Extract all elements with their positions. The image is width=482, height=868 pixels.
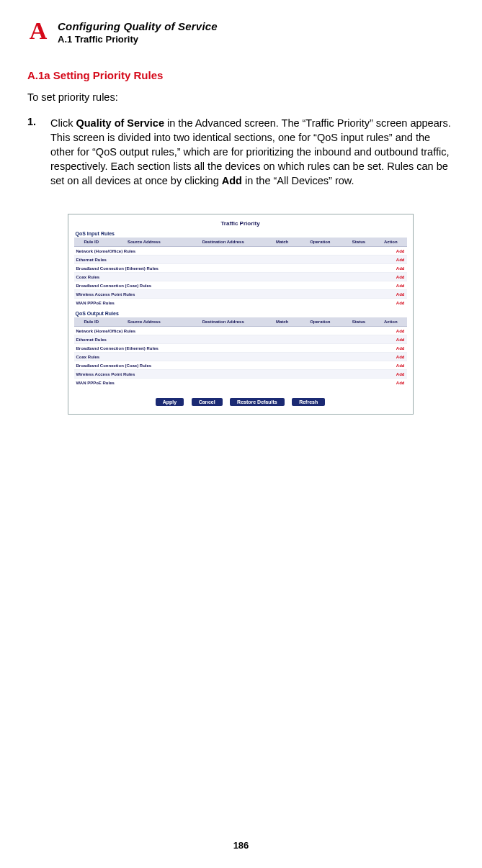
table-row: WAN PPPoE Rules — [74, 299, 375, 307]
running-header: A Configuring Quality of Service A.1 Tra… — [27, 19, 453, 45]
figure-title: Traffic Priority — [74, 220, 407, 227]
table-row: Network (Home/Office) Rules — [74, 247, 375, 256]
add-link[interactable]: Add — [375, 379, 407, 387]
table-row: Coax Rules — [74, 273, 375, 281]
section-heading: A.1a Setting Priority Rules — [27, 69, 453, 81]
step-number: 1. — [27, 116, 43, 188]
figure-button-row: Apply Cancel Restore Defaults Refresh — [74, 394, 407, 407]
add-link[interactable]: Add — [375, 264, 407, 273]
add-link[interactable]: Add — [375, 370, 407, 379]
step-body: Click Quality of Service in the Advanced… — [50, 116, 453, 188]
col-rule: Rule ID — [74, 317, 109, 327]
page-number: 186 — [0, 840, 482, 851]
chapter-title: Configuring Quality of Service — [58, 20, 218, 32]
col-oper: Operation — [298, 317, 344, 327]
refresh-button[interactable]: Refresh — [292, 398, 325, 406]
col-action: Action — [375, 238, 407, 247]
table-row: Broadband Connection (Coax) Rules — [74, 361, 375, 370]
cancel-button[interactable]: Cancel — [192, 398, 223, 406]
table-row: Network (Home/Office) Rules — [74, 327, 375, 335]
add-link[interactable]: Add — [375, 273, 407, 281]
table-row: Wireless Access Point Rules — [74, 290, 375, 299]
add-link[interactable]: Add — [375, 335, 407, 344]
apply-button[interactable]: Apply — [156, 398, 184, 406]
table-row: WAN PPPoE Rules — [74, 379, 375, 387]
input-rules-table: Rule ID Source Address Destination Addre… — [74, 238, 407, 307]
add-link[interactable]: Add — [375, 299, 407, 307]
step-1: 1. Click Quality of Service in the Advan… — [27, 116, 453, 188]
col-oper: Operation — [298, 238, 344, 247]
add-link[interactable]: Add — [375, 361, 407, 370]
add-link[interactable]: Add — [375, 247, 407, 256]
add-link[interactable]: Add — [375, 290, 407, 299]
col-rule: Rule ID — [74, 238, 109, 247]
table-row: Coax Rules — [74, 353, 375, 361]
add-link[interactable]: Add — [375, 256, 407, 264]
table-row: Broadband Connection (Coax) Rules — [74, 281, 375, 290]
col-match: Match — [267, 317, 298, 327]
col-dst: Destination Address — [179, 317, 267, 327]
input-rules-label: QoS Input Rules — [76, 231, 407, 236]
col-match: Match — [267, 238, 298, 247]
header-text-block: Configuring Quality of Service A.1 Traff… — [58, 19, 218, 45]
output-rules-label: QoS Output Rules — [76, 311, 407, 316]
step-bold-1: Quality of Service — [76, 117, 164, 129]
add-link[interactable]: Add — [375, 281, 407, 290]
col-status: Status — [343, 238, 375, 247]
add-link[interactable]: Add — [375, 353, 407, 361]
intro-line: To set priority rules: — [27, 91, 453, 103]
table-row: Broadband Connection (Ethernet) Rules — [74, 264, 375, 273]
add-link[interactable]: Add — [375, 327, 407, 335]
table-row: Ethernet Rules — [74, 335, 375, 344]
col-status: Status — [343, 317, 375, 327]
table-row: Ethernet Rules — [74, 256, 375, 264]
traffic-priority-figure: Traffic Priority QoS Input Rules Rule ID… — [68, 214, 414, 415]
step-text-post: in the “All Devices” row. — [242, 175, 354, 186]
chapter-subtitle: A.1 Traffic Priority — [58, 34, 218, 45]
table-row: Broadband Connection (Ethernet) Rules — [74, 344, 375, 353]
col-action: Action — [375, 317, 407, 327]
output-rules-table: Rule ID Source Address Destination Addre… — [74, 317, 407, 386]
col-src: Source Address — [109, 238, 179, 247]
appendix-letter: A — [27, 19, 49, 43]
restore-defaults-button[interactable]: Restore Defaults — [230, 398, 285, 406]
step-text-pre: Click — [50, 117, 76, 129]
table-row: Wireless Access Point Rules — [74, 370, 375, 379]
col-src: Source Address — [109, 317, 179, 327]
step-bold-2: Add — [222, 175, 242, 186]
add-link[interactable]: Add — [375, 344, 407, 353]
col-dst: Destination Address — [179, 238, 267, 247]
